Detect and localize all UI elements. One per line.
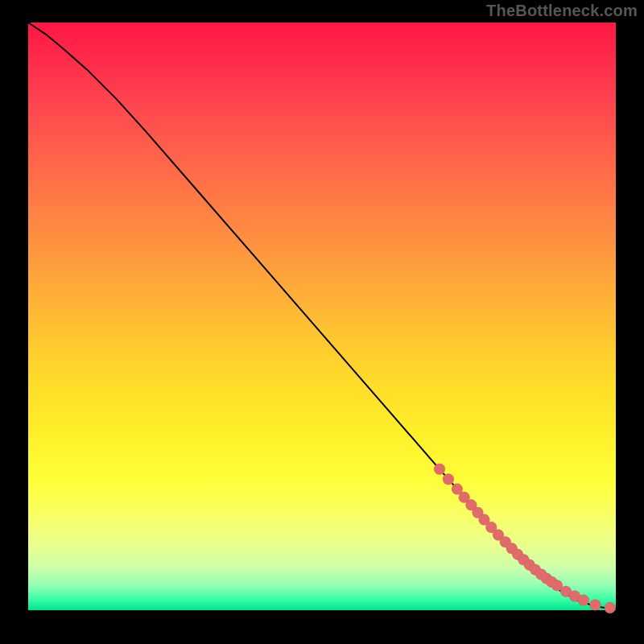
chart-svg — [28, 23, 616, 610]
data-point — [589, 599, 601, 610]
data-point — [578, 595, 589, 606]
data-point — [443, 473, 454, 485]
data-point — [605, 602, 616, 613]
chart-frame: TheBottleneck.com — [0, 0, 644, 644]
curve-line — [28, 23, 616, 609]
watermark-text: TheBottleneck.com — [486, 2, 638, 20]
data-point — [434, 464, 445, 475]
scatter-points — [434, 464, 616, 613]
plot-area — [28, 23, 616, 610]
